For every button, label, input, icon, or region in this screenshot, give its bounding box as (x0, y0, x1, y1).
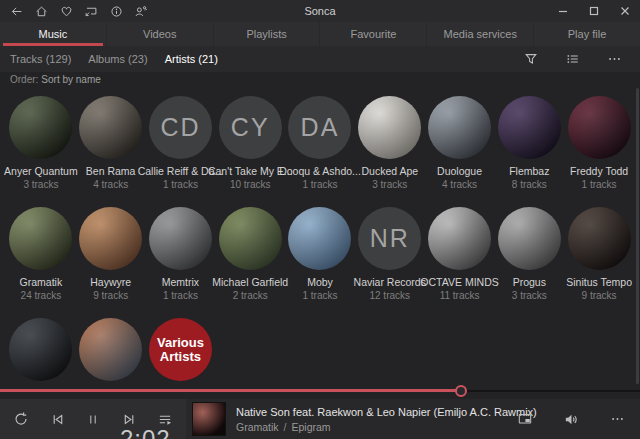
tab-label: Videos (143, 28, 176, 40)
artist-item-callie-reiff-da[interactable]: CDCallie Reiff & Da...1 tracks (146, 96, 216, 207)
filter-icon[interactable] (524, 52, 538, 66)
artist-item-naviar-records[interactable]: NRNaviar Records12 tracks (355, 207, 425, 318)
subtab-albums-23[interactable]: Albums (23) (88, 53, 147, 65)
artist-track-count: 3 tracks (372, 179, 407, 190)
volume-icon[interactable] (562, 410, 580, 428)
track-artist: Gramatik (236, 421, 279, 433)
artist-track-count: 24 tracks (21, 290, 62, 301)
artist-album-separator: / (284, 421, 287, 433)
library-subtabs: Tracks (129)Albums (23)Artists (21) (0, 46, 640, 72)
artist-artwork (79, 318, 142, 381)
artist-artwork: CY (219, 96, 282, 159)
artist-artwork (568, 207, 631, 270)
minimize-button[interactable] (547, 0, 578, 22)
home-icon[interactable] (34, 4, 48, 18)
artist-artwork (9, 207, 72, 270)
artist-item-freddy-todd[interactable]: Freddy Todd1 tracks (564, 96, 634, 207)
player-bar: 2:02 Native Son feat. Raekwon & Leo Napi… (0, 399, 640, 439)
track-title: Native Son feat. Raekwon & Leo Napier (E… (236, 406, 506, 418)
back-icon[interactable] (9, 4, 23, 18)
artist-artwork (9, 318, 72, 381)
more-icon[interactable] (608, 410, 626, 428)
heart-icon[interactable] (59, 4, 73, 18)
titlebar: Sonca (0, 0, 640, 22)
multiselect-icon[interactable] (565, 52, 580, 66)
artist-item-duologue[interactable]: Duologue4 tracks (425, 96, 495, 207)
vertical-scrollbar[interactable] (636, 88, 639, 384)
artist-item-gramatik[interactable]: Gramatik24 tracks (6, 207, 76, 318)
artist-track-count: 3 tracks (512, 290, 547, 301)
artist-item-octave-minds[interactable]: OCTAVE MINDS11 tracks (425, 207, 495, 318)
maximize-button[interactable] (578, 0, 609, 22)
album-art[interactable] (192, 402, 226, 436)
tab-music[interactable]: Music (0, 22, 106, 46)
elapsed-time: 2:02 (120, 425, 171, 439)
artist-badge-text: Various Artists (152, 336, 208, 363)
artist-track-count: 3 tracks (23, 179, 58, 190)
artist-artwork (358, 96, 421, 159)
artist-name: Dooqu & Ashdo... (279, 165, 361, 178)
artist-item-can-t-take-my-e[interactable]: CYCan't Take My E...10 tracks (215, 96, 285, 207)
subtab-slot: Tracks (129)Albums (23)Artists (21) (10, 53, 218, 65)
info-icon[interactable] (109, 4, 123, 18)
now-playing[interactable]: Native Son feat. Raekwon & Leo Napier (E… (186, 399, 506, 439)
artist-item-michael-garfield[interactable]: Michael Garfield2 tracks (215, 207, 285, 318)
pause-icon[interactable] (84, 410, 102, 428)
artist-artwork (9, 96, 72, 159)
artist-artwork (428, 96, 491, 159)
seek-bar[interactable] (0, 383, 640, 399)
artist-name: Progus (513, 276, 546, 289)
artist-artwork: Various Artists (149, 318, 212, 381)
previous-icon[interactable] (48, 410, 66, 428)
tab-media-services[interactable]: Media services (426, 22, 533, 46)
connect-device-icon[interactable] (84, 4, 98, 18)
artist-item-ben-rama[interactable]: Ben Rama4 tracks (76, 96, 146, 207)
artist-item-flembaz[interactable]: Flembaz8 tracks (494, 96, 564, 207)
artist-name: Haywyre (90, 276, 131, 289)
tab-favourite[interactable]: Favourite (319, 22, 426, 46)
artist-item-dooqu-ashdo[interactable]: DADooqu & Ashdo...1 tracks (285, 96, 355, 207)
tab-videos[interactable]: Videos (106, 22, 213, 46)
tab-label: Media services (444, 28, 517, 40)
tab-play-file[interactable]: Play file (533, 22, 640, 46)
artist-item-haywyre[interactable]: Haywyre9 tracks (76, 207, 146, 318)
artist-name: Duologue (437, 165, 482, 178)
subtab-tracks-129[interactable]: Tracks (129) (10, 53, 71, 65)
repeat-icon[interactable] (12, 410, 30, 428)
tab-playlists[interactable]: Playlists (213, 22, 320, 46)
artist-name: Freddy Todd (570, 165, 628, 178)
artist-artwork (568, 96, 631, 159)
artist-name: Sinitus Tempo (566, 276, 632, 289)
sonca-app-window: Sonca MusicVideosPlaylistsFavouriteMedia… (0, 0, 640, 439)
close-button[interactable] (609, 0, 640, 22)
artist-track-count: 11 tracks (440, 290, 480, 301)
artist-item-anyer-quantum[interactable]: Anyer Quantum3 tracks (6, 96, 76, 207)
mini-player-icon[interactable] (516, 410, 534, 428)
artist-item[interactable] (6, 318, 76, 385)
artist-name: Michael Garfield (212, 276, 288, 289)
artist-initials: DA (301, 113, 340, 142)
subtab-artists-21[interactable]: Artists (21) (165, 53, 218, 65)
artist-initials: CD (160, 113, 200, 142)
seek-handle[interactable] (455, 385, 467, 397)
artist-name: Ducked Ape (361, 165, 418, 178)
artist-item-ducked-ape[interactable]: Ducked Ape3 tracks (355, 96, 425, 207)
artist-initials: CY (231, 113, 270, 142)
artist-artwork (498, 207, 561, 270)
order-label: Order: (10, 74, 38, 85)
artist-artwork (79, 96, 142, 159)
artist-item[interactable] (76, 318, 146, 385)
artist-name: Anyer Quantum (4, 165, 78, 178)
artist-item-memtrix[interactable]: Memtrix1 tracks (146, 207, 216, 318)
artist-item-moby[interactable]: Moby1 tracks (285, 207, 355, 318)
app-title: Sonca (304, 5, 335, 17)
tab-bar: MusicVideosPlaylistsFavouriteMedia servi… (0, 22, 640, 46)
more-icon[interactable] (607, 52, 622, 66)
artist-item[interactable]: Various Artists (146, 318, 216, 385)
artist-item-progus[interactable]: Progus3 tracks (494, 207, 564, 318)
account-key-icon[interactable] (134, 4, 148, 18)
artist-name: Memtrix (162, 276, 199, 289)
artist-name: Moby (307, 276, 333, 289)
sort-order-control[interactable]: Order:Sort by name (10, 74, 101, 85)
artist-item-sinitus-tempo[interactable]: Sinitus Tempo9 tracks (564, 207, 634, 318)
